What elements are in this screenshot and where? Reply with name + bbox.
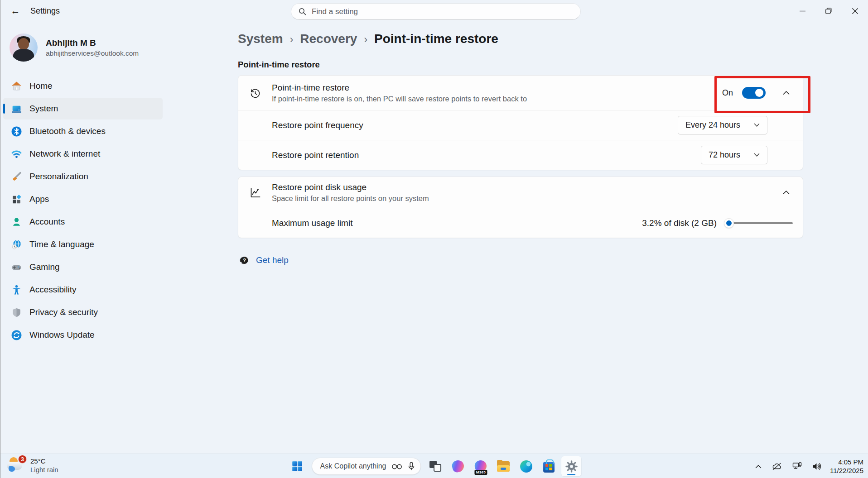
microphone-icon[interactable] [408, 462, 415, 471]
sidebar-item-label: Gaming [29, 262, 60, 272]
main-content: System › Recovery › Point-in-time restor… [169, 22, 868, 454]
retention-dropdown[interactable]: 72 hours [701, 146, 767, 164]
m365-copilot-button[interactable]: M365 [471, 456, 491, 476]
sidebar-item-windows-update[interactable]: Windows Update [3, 324, 163, 346]
sidebar-item-home[interactable]: Home [3, 75, 163, 97]
tray-time: 4:05 PM [830, 458, 863, 467]
frequency-dropdown[interactable]: Every 24 hours [678, 116, 767, 134]
breadcrumb-separator: › [290, 32, 294, 46]
breadcrumb-recovery[interactable]: Recovery [300, 32, 357, 46]
setting-title: Restore point disk usage [272, 182, 766, 192]
windows-update-icon [10, 329, 23, 341]
profile-name: Abhijith M B [46, 38, 139, 48]
notification-badge: 3 [18, 455, 27, 464]
history-icon [248, 87, 262, 99]
sidebar-item-accessibility[interactable]: Accessibility [3, 279, 163, 301]
profile-card[interactable]: Abhijith M B abhijithservices@outlook.co… [10, 33, 169, 62]
setting-description: Space limit for all restore points on yo… [272, 194, 766, 203]
workspace: Abhijith M B abhijithservices@outlook.co… [0, 22, 868, 454]
sidebar-item-gaming[interactable]: Gaming [3, 256, 163, 278]
gear-icon [565, 460, 578, 473]
sidebar-item-accounts[interactable]: Accounts [3, 211, 163, 233]
running-app-indicator [567, 474, 575, 475]
usage-limit-slider[interactable] [724, 218, 793, 229]
accounts-icon [10, 216, 23, 228]
time-language-icon [10, 239, 23, 250]
sidebar-nav: Home System Bluetooth & devices [0, 75, 169, 346]
point-in-time-restore-toggle[interactable] [742, 87, 766, 99]
line-chart-icon [248, 186, 262, 199]
chevron-up-icon[interactable] [779, 186, 793, 199]
slider-thumb[interactable] [724, 218, 734, 228]
dropdown-value: Every 24 hours [685, 120, 740, 130]
dropdown-value: 72 hours [709, 150, 740, 160]
sidebar-item-network-internet[interactable]: Network & internet [3, 143, 163, 165]
microsoft-store-icon [543, 462, 555, 473]
breadcrumb-separator: › [364, 32, 367, 46]
search-icon [299, 8, 306, 15]
sidebar-item-time-language[interactable]: Time & language [3, 234, 163, 255]
sidebar-item-system[interactable]: System [3, 98, 163, 120]
chevron-down-icon [754, 123, 760, 127]
sidebar-item-bluetooth-devices[interactable]: Bluetooth & devices [3, 120, 163, 142]
weather-condition: Light rain [30, 466, 58, 473]
restore-button[interactable] [815, 0, 842, 22]
settings-app-button[interactable] [561, 456, 581, 476]
breadcrumb-system[interactable]: System [238, 32, 283, 46]
file-explorer-button[interactable] [493, 456, 513, 476]
slider-track [729, 222, 793, 224]
sidebar-item-label: Windows Update [29, 330, 95, 340]
window-controls [789, 0, 868, 22]
copilot-search-box[interactable]: Ask Copilot anything [312, 458, 421, 475]
avatar [10, 33, 38, 62]
copilot-app-button[interactable] [448, 456, 468, 476]
weather-temp: 25°C [30, 457, 58, 465]
apps-icon [10, 193, 23, 205]
help-bubble-icon: ? [238, 254, 250, 266]
onedrive-paused-icon[interactable] [770, 461, 784, 472]
minimize-button[interactable] [789, 0, 815, 22]
microsoft-store-button[interactable] [539, 456, 559, 476]
edge-button[interactable] [516, 456, 536, 476]
sidebar-item-label: Personalization [29, 172, 88, 182]
network-icon [10, 148, 23, 160]
clock[interactable]: 4:05 PM 11/22/2025 [830, 458, 863, 475]
disk-usage-row: Restore point disk usage Space limit for… [238, 177, 803, 208]
page-title: Point-in-time restore [374, 32, 498, 46]
chevron-up-icon[interactable] [779, 86, 793, 100]
section-label: Point-in-time restore [238, 60, 868, 70]
sidebar-item-label: Network & internet [29, 149, 100, 159]
toggle-state-label: On [722, 88, 733, 98]
weather-widget[interactable]: 3 25°C Light rain [6, 456, 58, 474]
settings-search-box[interactable] [291, 3, 581, 20]
task-view-button[interactable] [425, 456, 445, 476]
copilot-icon [451, 459, 466, 473]
m365-badge: M365 [475, 470, 487, 475]
back-button[interactable]: ← [7, 4, 24, 18]
volume-icon[interactable] [810, 461, 823, 472]
sidebar-item-label: System [29, 104, 58, 114]
get-help: ? Get help [238, 254, 868, 266]
settings-window: ← Settings Abhijith [0, 0, 868, 478]
hidden-icons-chevron[interactable] [753, 463, 763, 470]
setting-title: Point-in-time restore [272, 83, 722, 93]
sidebar-item-label: Home [29, 81, 53, 91]
start-button[interactable] [287, 456, 307, 476]
sidebar-item-privacy-security[interactable]: Privacy & security [3, 301, 163, 323]
search-input[interactable] [312, 7, 573, 16]
sidebar-item-label: Accounts [29, 217, 65, 227]
accessibility-icon [10, 284, 23, 296]
usage-value: 3.2% of disk (2 GB) [642, 218, 717, 228]
breadcrumb: System › Recovery › Point-in-time restor… [238, 32, 868, 46]
disk-usage-card: Restore point disk usage Space limit for… [238, 177, 803, 238]
copilot-vision-icon[interactable] [391, 463, 402, 470]
sidebar-item-apps[interactable]: Apps [3, 188, 163, 210]
sidebar-item-personalization[interactable]: Personalization [3, 166, 163, 187]
row-label: Maximum usage limit [272, 218, 642, 228]
ethernet-icon[interactable] [791, 460, 804, 472]
get-help-link[interactable]: Get help [256, 255, 289, 265]
close-button[interactable] [842, 0, 868, 22]
titlebar: ← Settings [0, 0, 868, 22]
bluetooth-icon [10, 125, 23, 137]
file-explorer-icon [497, 461, 510, 472]
